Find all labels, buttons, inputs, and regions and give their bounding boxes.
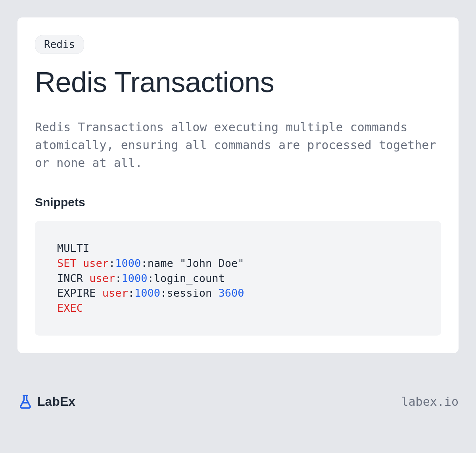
code-token: user — [89, 272, 115, 284]
code-token: : — [128, 287, 134, 299]
code-number: 3600 — [218, 287, 244, 299]
brand-logo: LabEx — [17, 393, 75, 409]
code-token: : — [115, 272, 121, 284]
description-text: Redis Transactions allow executing multi… — [35, 118, 441, 172]
code-number: 1000 — [122, 272, 148, 284]
code-token: : — [109, 257, 115, 269]
content-card: Redis Redis Transactions Redis Transacti… — [17, 17, 459, 353]
code-line: MULTI — [57, 242, 89, 254]
snippets-heading: Snippets — [35, 196, 441, 209]
brand-name: LabEx — [37, 394, 75, 409]
code-token: EXPIRE — [57, 287, 102, 299]
topic-tag: Redis — [35, 35, 84, 54]
flask-icon — [17, 393, 33, 409]
footer-url: labex.io — [401, 395, 459, 409]
code-token: :session — [160, 287, 218, 299]
code-snippet: MULTI SET user:1000:name "John Doe" INCR… — [35, 221, 441, 336]
code-token: user — [83, 257, 109, 269]
code-token: INCR — [57, 272, 89, 284]
footer: LabEx labex.io — [17, 393, 459, 409]
page-title: Redis Transactions — [35, 66, 441, 98]
code-number: 1000 — [134, 287, 160, 299]
code-keyword: EXEC — [57, 302, 83, 314]
code-keyword: SET — [57, 257, 77, 269]
code-token: user — [102, 287, 128, 299]
code-token: :login_count — [148, 272, 225, 284]
code-token: :name "John Doe" — [141, 257, 244, 269]
code-number: 1000 — [115, 257, 141, 269]
